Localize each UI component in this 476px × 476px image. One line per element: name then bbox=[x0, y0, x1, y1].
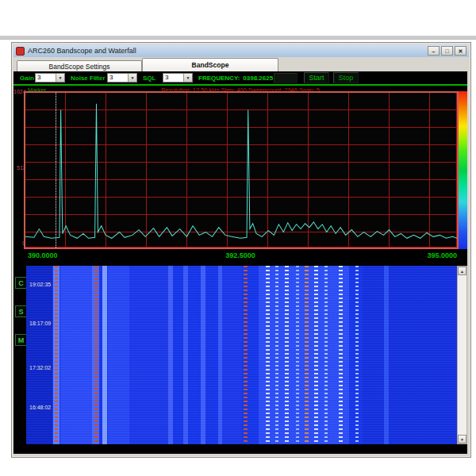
dropdown-arrow-icon[interactable]: ▼ bbox=[128, 74, 136, 82]
frequency-value: 0398.2625 bbox=[243, 75, 273, 82]
gain-select[interactable]: 3 ▼ bbox=[35, 73, 65, 83]
waterfall-display[interactable]: 19:02:35 18:17:09 17:32:02 16:48:02 bbox=[26, 266, 457, 444]
tab-strip: BandScope Settings BandScope bbox=[13, 58, 469, 71]
spectrum-plot[interactable] bbox=[24, 91, 459, 249]
dropdown-arrow-icon[interactable]: ▼ bbox=[56, 74, 64, 82]
dropdown-arrow-icon[interactable]: ▼ bbox=[183, 74, 192, 82]
s-button[interactable]: S bbox=[15, 305, 27, 317]
signal-strength-colorbar bbox=[459, 91, 467, 249]
time-label: 16:48:02 bbox=[29, 405, 51, 410]
sql-label: SQL bbox=[143, 75, 155, 82]
blank-button[interactable] bbox=[274, 73, 298, 83]
sql-value: 3 bbox=[165, 74, 168, 82]
toolbar-separator bbox=[13, 84, 467, 86]
gain-value: 3 bbox=[37, 74, 40, 82]
tab-bandscope[interactable]: BandScope bbox=[142, 58, 278, 71]
c-button[interactable]: C bbox=[15, 277, 27, 289]
bandscope-panel: Gain 3 ▼ Noise Filter 3 ▼ SQL 3 ▼ FREQUE… bbox=[13, 71, 467, 454]
time-label: 17:32:02 bbox=[29, 365, 51, 370]
spectrum-trace bbox=[25, 93, 457, 248]
maximize-icon[interactable]: □ bbox=[441, 46, 453, 56]
page-divider bbox=[0, 36, 476, 40]
gain-label: Gain bbox=[20, 75, 34, 82]
start-button[interactable]: Start bbox=[304, 72, 329, 83]
tab-bandscope-settings[interactable]: BandScope Settings bbox=[17, 60, 142, 71]
x-tick-right: 395.0000 bbox=[24, 251, 457, 259]
window-titlebar: ARC260 Bandscope and Waterfall – □ ✕ bbox=[13, 44, 469, 57]
scroll-down-icon[interactable]: ▼ bbox=[458, 435, 466, 443]
waterfall-scrollbar[interactable]: ▲ ▼ bbox=[457, 266, 467, 444]
noise-filter-select[interactable]: 3 ▼ bbox=[107, 73, 137, 83]
frequency-label: FREQUENCY: bbox=[198, 75, 240, 82]
app-window: ARC260 Bandscope and Waterfall – □ ✕ Ban… bbox=[11, 42, 471, 458]
sql-select[interactable]: 3 ▼ bbox=[163, 73, 193, 83]
minimize-icon[interactable]: – bbox=[428, 46, 440, 56]
noise-filter-label: Noise Filter bbox=[71, 75, 106, 82]
noise-filter-value: 3 bbox=[109, 74, 113, 82]
scroll-up-icon[interactable]: ▲ bbox=[458, 267, 466, 275]
app-icon bbox=[16, 47, 25, 56]
time-label: 19:02:35 bbox=[29, 282, 51, 287]
m-button[interactable]: M bbox=[15, 334, 27, 346]
time-label: 18:17:09 bbox=[29, 321, 51, 326]
window-title: ARC260 Bandscope and Waterfall bbox=[28, 47, 136, 55]
stop-button[interactable]: Stop bbox=[333, 72, 359, 83]
frequency-readout: FREQUENCY:0398.2625 bbox=[198, 75, 273, 82]
page-background: ARC260 Bandscope and Waterfall – □ ✕ Ban… bbox=[0, 0, 476, 476]
window-controls: – □ ✕ bbox=[428, 46, 466, 56]
close-icon[interactable]: ✕ bbox=[455, 46, 466, 56]
waterfall-texture bbox=[26, 266, 457, 444]
